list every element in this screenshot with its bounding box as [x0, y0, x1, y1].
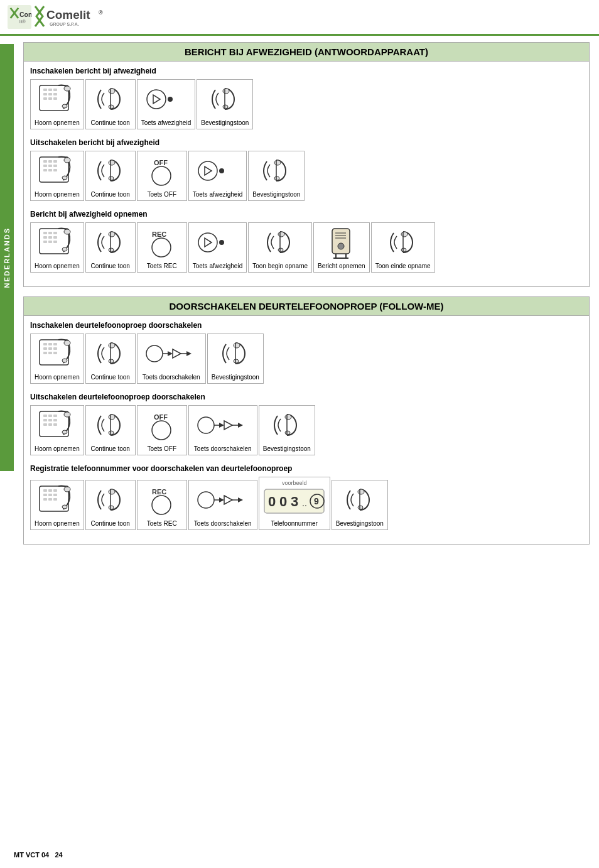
svg-rect-35 [48, 169, 52, 171]
section-bericht-content: Inschakelen bericht bij afwezigheid [24, 62, 589, 286]
step-label-toets-afwezigheid-3: Toets afwezigheid [193, 263, 243, 269]
svg-point-90 [62, 359, 67, 362]
main-content: BERICHT BIJ AFWEZIGHEID (ANTWOORDAPPARAA… [14, 36, 599, 560]
step-toets-afwezigheid-3: Toets afwezigheid [188, 222, 247, 273]
svg-text:Comelit: Comelit [46, 8, 90, 21]
tone-icon-5 [92, 408, 129, 443]
svg-rect-28 [43, 160, 47, 163]
step-telefoonnummer-6: voorbeeld 0 0 3 .. 9 [259, 477, 330, 530]
step-label-hoorn-6: Hoorn opnemen [35, 520, 80, 527]
step-toets-doorschakelen-6: Toets doorschakelen [188, 480, 257, 530]
svg-point-19 [62, 104, 67, 108]
svg-rect-102 [43, 415, 47, 417]
tone-icon-bevestiging-1 [206, 82, 244, 117]
sidebar: NEDERLANDS [0, 44, 14, 471]
svg-point-92 [109, 359, 114, 363]
svg-rect-109 [48, 423, 52, 426]
section-doorschakelen-content: Inschakelen deurtelefoonoproep doorschak… [24, 316, 589, 544]
svg-point-26 [223, 105, 228, 109]
step-bericht-opnemen-3: Bericht opnemen [313, 222, 370, 273]
key-triangle-dot-icon-2 [195, 154, 239, 188]
svg-rect-13 [48, 93, 52, 95]
section-doorschakelen-title: DOORSCHAKELEN DEURTELEFOONOPROEP (FOLLOW… [24, 297, 589, 316]
step-label-toon-begin-3: Toon begin opname [252, 263, 308, 269]
svg-rect-86 [43, 352, 47, 354]
step-label-continue-5: Continue toon [91, 445, 130, 452]
step-label-hoorn-1: Hoorn opnemen [35, 119, 80, 126]
step-label-hoorn-2: Hoorn opnemen [35, 191, 80, 198]
svg-text:9: 9 [314, 496, 319, 506]
step-continue-6: Continue toon [85, 480, 136, 530]
svg-text:3: 3 [291, 494, 298, 509]
subsection-uitschakelen-door-title: Uitschakelen deurtelefoonoproep doorscha… [30, 393, 583, 401]
svg-point-67 [278, 232, 284, 237]
svg-text:Come: Come [19, 11, 31, 18]
tone-icon-3 [92, 225, 129, 260]
step-toon-einde-3: Toon einde opname [371, 222, 435, 273]
footer-page: 24 [55, 851, 62, 859]
key-forward-icon-5 [195, 408, 251, 443]
svg-rect-80 [43, 343, 47, 345]
svg-text:OFF: OFF [154, 159, 168, 166]
svg-rect-107 [53, 419, 57, 421]
svg-point-63 [152, 238, 171, 257]
svg-rect-32 [48, 165, 52, 167]
step-hoorn-2: Hoorn opnemen [30, 151, 84, 201]
step-label-bericht-opnemen-3: Bericht opnemen [318, 263, 365, 269]
step-toets-doorschakelen-5: Toets doorschakelen [188, 405, 257, 455]
svg-point-91 [109, 343, 115, 348]
step-label-toets-doorschakelen-5: Toets doorschakelen [194, 445, 252, 452]
svg-point-22 [147, 90, 166, 109]
step-bevestiging-4: Bevestigingstoon [207, 334, 264, 384]
step-telefoonnummer-sublabel: voorbeeld [282, 480, 307, 486]
footer: MT VCT 04 24 [14, 851, 63, 859]
logo-name: Comelit ® GROUP S.P.A. [34, 5, 109, 29]
svg-marker-119 [224, 421, 232, 430]
svg-text:®: ® [99, 9, 103, 16]
svg-rect-103 [48, 415, 52, 417]
subsection-opnemen-title: Bericht bij afwezigheid opnemen [30, 210, 583, 219]
svg-point-45 [219, 168, 224, 173]
svg-rect-51 [53, 232, 57, 234]
step-hoorn-opnemen-1: Hoorn opnemen [30, 79, 84, 129]
svg-point-124 [285, 431, 290, 435]
svg-point-138 [109, 506, 114, 509]
svg-text:REC: REC [152, 231, 166, 238]
svg-rect-29 [48, 160, 52, 163]
key-triangle-dot-icon-3 [195, 225, 239, 260]
step-toets-afwezigheid-1: Toets afwezigheid [137, 79, 196, 129]
steps-row-inschakelen: Hoorn opnemen [30, 79, 583, 129]
svg-point-40 [109, 176, 114, 180]
svg-marker-146 [238, 497, 243, 502]
step-label-continue-1-1: Continue toon [91, 119, 130, 126]
key-forward-icon-6 [195, 483, 251, 518]
phone-icon-5 [38, 408, 76, 443]
step-label-toets-afwezigheid-1: Toets afwezigheid [141, 119, 192, 126]
svg-point-154 [358, 489, 364, 494]
svg-rect-11 [53, 89, 57, 91]
svg-rect-82 [53, 343, 57, 345]
section-bericht-title: BERICHT BIJ AFWEZIGHEID (ANTWOORDAPPARAA… [24, 43, 589, 62]
key-rec-icon-6: REC [144, 483, 179, 518]
svg-point-137 [109, 489, 115, 494]
step-toets-rec-3: REC Toets REC [137, 222, 187, 273]
svg-point-21 [109, 105, 114, 109]
step-label-toets-doorschakelen-4: Toets doorschakelen [143, 374, 200, 381]
svg-rect-87 [48, 352, 52, 354]
svg-point-89 [64, 340, 70, 345]
key-off-icon-5: OFF [144, 408, 179, 443]
step-continue-3: Continue toon [85, 222, 136, 273]
svg-rect-53 [48, 236, 52, 239]
header: Come lit® Comelit ® GROUP S.P.A. [0, 0, 599, 36]
svg-rect-133 [48, 498, 52, 501]
step-label-bevestiging-1: Bevestigingstoon [201, 119, 249, 126]
key-forward-icon-4 [143, 337, 200, 371]
svg-point-78 [401, 248, 406, 252]
svg-point-60 [109, 232, 115, 237]
svg-rect-9 [43, 89, 47, 91]
step-label-continue-6: Continue toon [91, 520, 130, 527]
svg-point-123 [285, 415, 291, 420]
svg-rect-50 [48, 232, 52, 234]
svg-rect-49 [43, 232, 47, 234]
footer-label: MT VCT 04 [14, 851, 49, 859]
